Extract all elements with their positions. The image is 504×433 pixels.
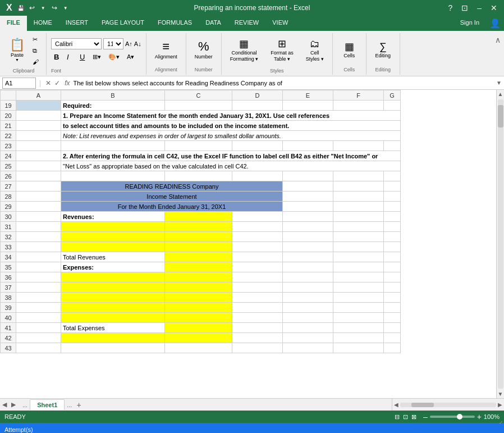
close-button[interactable]: ✕: [488, 3, 500, 12]
cell-c43[interactable]: [165, 343, 232, 353]
cell-b19[interactable]: Required:: [61, 101, 165, 111]
cell-d27[interactable]: [283, 181, 333, 192]
font-size-select[interactable]: 11: [103, 38, 123, 49]
cell-b29[interactable]: For the Month Ended January 31, 20X1: [61, 202, 283, 212]
cell-d35[interactable]: [232, 262, 283, 272]
cell-e39[interactable]: [283, 303, 333, 313]
cell-b30[interactable]: Revenues:: [61, 212, 165, 222]
tab-review[interactable]: REVIEW: [228, 16, 265, 31]
format-table-button[interactable]: ⊞ Format asTable ▾: [267, 35, 297, 66]
cell-b26[interactable]: [61, 171, 165, 181]
cell-e31[interactable]: [283, 222, 333, 232]
help-button[interactable]: ?: [446, 3, 455, 12]
cell-c23[interactable]: [165, 141, 232, 151]
normal-view-icon[interactable]: ⊟: [395, 413, 400, 421]
cell-b41[interactable]: Total Expenses: [61, 323, 165, 333]
cell-b39[interactable]: [61, 303, 165, 313]
cell-b27[interactable]: READING READINESS Company: [61, 181, 283, 192]
col-header-d[interactable]: D: [232, 90, 283, 101]
cell-c37[interactable]: [165, 282, 232, 293]
cell-f37[interactable]: [333, 282, 384, 293]
cell-g43[interactable]: [384, 343, 401, 353]
cell-d32[interactable]: [232, 232, 283, 242]
vertical-scrollbar[interactable]: ▲ ▼: [496, 90, 504, 398]
cell-f26[interactable]: [333, 171, 384, 181]
conditional-formatting-button[interactable]: ▦ ConditionalFormatting ▾: [226, 35, 263, 66]
cell-b38[interactable]: [61, 293, 165, 303]
format-painter-button[interactable]: 🖌: [30, 57, 42, 67]
cell-e27[interactable]: [333, 181, 384, 192]
cell-d28[interactable]: [283, 192, 333, 202]
cell-f23[interactable]: [333, 141, 384, 151]
cell-g39[interactable]: [384, 303, 401, 313]
cell-a19[interactable]: [16, 101, 61, 111]
sheet-scroll-area[interactable]: A B C D E F G 19 Required:: [0, 90, 496, 398]
cell-e32[interactable]: [283, 232, 333, 242]
cell-e29[interactable]: [333, 202, 384, 212]
cell-d37[interactable]: [232, 282, 283, 293]
cell-b40[interactable]: [61, 313, 165, 323]
cell-a27[interactable]: [16, 181, 61, 192]
cell-a28[interactable]: [16, 192, 61, 202]
zoom-slider[interactable]: [430, 416, 475, 418]
alignment-button[interactable]: ≡ Alignment: [151, 34, 181, 66]
cell-g36[interactable]: [384, 272, 401, 282]
cell-d26[interactable]: [232, 171, 283, 181]
tab-data[interactable]: DATA: [199, 16, 228, 31]
zoom-in-button[interactable]: +: [477, 412, 482, 421]
cell-d40[interactable]: [232, 313, 283, 323]
cell-f38[interactable]: [333, 293, 384, 303]
cell-b24[interactable]: 2. After entering the formula in cell C4…: [61, 151, 401, 161]
cell-e19[interactable]: [283, 101, 333, 111]
fill-color-button[interactable]: 🎨▾: [106, 52, 122, 62]
cell-f33[interactable]: [333, 242, 384, 252]
cell-a42[interactable]: [16, 333, 61, 343]
cell-g28[interactable]: [384, 192, 401, 202]
tab-file[interactable]: FILE: [0, 16, 27, 31]
sheet-tab-dots-left[interactable]: ...: [20, 402, 30, 408]
cell-a26[interactable]: [16, 171, 61, 181]
cell-d42[interactable]: [232, 333, 283, 343]
scroll-left-button[interactable]: ◀: [392, 402, 400, 408]
cell-b31[interactable]: [61, 222, 165, 232]
cell-c38[interactable]: [165, 293, 232, 303]
cell-b21[interactable]: to select account titles and amounts to …: [61, 121, 401, 131]
borders-button[interactable]: ⊞▾: [90, 52, 104, 62]
cell-a32[interactable]: [16, 232, 61, 242]
add-sheet-button[interactable]: +: [74, 400, 83, 409]
col-header-c[interactable]: C: [165, 90, 232, 101]
cell-b20[interactable]: 1. Prepare an Income Statement for the m…: [61, 111, 401, 121]
cell-c39[interactable]: [165, 303, 232, 313]
cell-c31[interactable]: [165, 222, 232, 232]
cell-g31[interactable]: [384, 222, 401, 232]
cell-f39[interactable]: [333, 303, 384, 313]
cell-a38[interactable]: [16, 293, 61, 303]
cell-d29[interactable]: [283, 202, 333, 212]
cell-d39[interactable]: [232, 303, 283, 313]
cell-e43[interactable]: [283, 343, 333, 353]
clipboard-expand-icon[interactable]: ⤢: [499, 420, 503, 425]
cell-g19[interactable]: [384, 101, 401, 111]
cell-a33[interactable]: [16, 242, 61, 252]
tab-prev-dots-button[interactable]: ▶: [11, 401, 16, 408]
cell-g26[interactable]: [384, 171, 401, 181]
cell-g27[interactable]: [384, 181, 401, 192]
font-color-button[interactable]: A▾: [124, 52, 137, 62]
sheet-tab-dots-right[interactable]: ...: [65, 402, 74, 408]
tab-page-layout[interactable]: PAGE LAYOUT: [95, 16, 151, 31]
restore-button[interactable]: ⊡: [459, 3, 470, 12]
scroll-right-button[interactable]: ▶: [496, 402, 504, 408]
tab-home[interactable]: HOME: [27, 16, 59, 31]
page-layout-view-icon[interactable]: ⊡: [403, 413, 408, 421]
user-icon[interactable]: 👤: [486, 16, 504, 31]
cell-d36[interactable]: [232, 272, 283, 282]
cell-a30[interactable]: [16, 212, 61, 222]
undo-dropdown-icon[interactable]: ▼: [39, 3, 48, 12]
cell-c40[interactable]: [165, 313, 232, 323]
cell-a34[interactable]: [16, 252, 61, 262]
cell-g29[interactable]: [384, 202, 401, 212]
minimize-button[interactable]: –: [475, 3, 484, 12]
cell-e38[interactable]: [283, 293, 333, 303]
cell-e35[interactable]: [283, 262, 333, 272]
editing-button[interactable]: ∑ Editing: [372, 34, 395, 66]
